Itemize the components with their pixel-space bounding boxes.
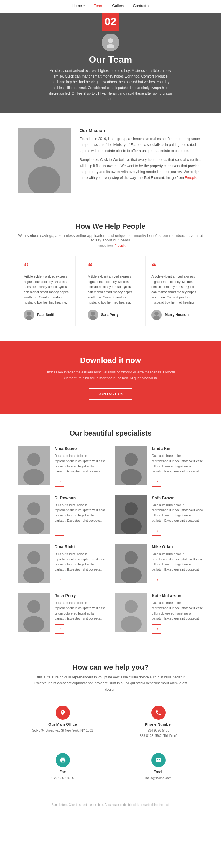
svg-point-6	[27, 312, 31, 316]
author-name-3: Marry Hudson	[165, 313, 189, 317]
specialists-grid: Nina Scavo Duis aute irure dolor in repr…	[18, 446, 203, 634]
nav-home[interactable]: Home ↑	[72, 3, 85, 9]
spec-info-nina: Nina Scavo Duis aute irure dolor in repr…	[55, 446, 106, 486]
testimonial-3-text: Article evident arrived express highest …	[152, 274, 197, 305]
spec-img-dina	[18, 545, 50, 583]
author-avatar-3	[152, 310, 162, 320]
spec-info-dina: Dina Richi Duis aute irure dolor in repr…	[55, 545, 106, 585]
contact-us-button[interactable]: CONTACT US	[89, 389, 132, 400]
hero-title: Our Team	[0, 54, 221, 65]
svg-point-33	[27, 600, 40, 613]
specialist-di-dowson: Di Dowson Duis aute irure dolor in repre…	[18, 495, 106, 535]
spec-img-linda	[115, 446, 147, 485]
spec-arrow-sofa[interactable]: →	[152, 526, 161, 535]
svg-point-30	[125, 551, 137, 564]
testimonial-1-author: Paul Smith	[24, 310, 69, 320]
hero-section: 02 Our Team Article evident arrived expr…	[0, 13, 221, 113]
svg-point-27	[27, 551, 40, 564]
contact-office-label: Our Main Office	[48, 722, 77, 726]
contact-fax: Fax 1-234-567-8900	[18, 749, 107, 785]
spec-img-josh	[18, 593, 50, 631]
contact-email-detail: hello@theme.com	[145, 775, 171, 781]
svg-point-36	[125, 600, 137, 613]
testimonial-1-text: Article evident arrived express highest …	[24, 274, 69, 305]
specialist-sofa-brown: Sofa Brown Duis aute irure dolor in repr…	[115, 495, 203, 535]
quote-icon-1: ❝	[24, 262, 69, 271]
contact-email: Email hello@theme.com	[114, 749, 203, 785]
hero-number: 02	[102, 13, 119, 31]
svg-point-12	[154, 312, 159, 316]
svg-point-9	[91, 312, 95, 316]
spec-info-kate: Kate McLarson Duis aute irure dolor in r…	[152, 593, 203, 633]
spec-img-nina	[18, 446, 50, 485]
spec-arrow-linda[interactable]: →	[152, 477, 161, 487]
testimonial-3: ❝ Article evident arrived express highes…	[145, 256, 203, 326]
testimonial-2-author: Sara Perry	[88, 310, 133, 320]
testimonial-1: ❝ Article evident arrived express highes…	[18, 256, 76, 326]
spec-img-di	[18, 495, 50, 534]
specialist-dina-richi: Dina Richi Duis aute irure dolor in repr…	[18, 545, 106, 585]
nav-gallery[interactable]: Gallery	[112, 3, 124, 9]
spec-arrow-kate[interactable]: →	[152, 624, 161, 634]
contact-email-label: Email	[153, 770, 163, 774]
specialist-mike-orlan: Mike Orlan Duis aute irure dolor in repr…	[115, 545, 203, 585]
spec-arrow-mike[interactable]: →	[152, 575, 161, 585]
author-name-2: Sara Perry	[101, 313, 119, 317]
mission-text: Our Mission Founded in 2010, Haus group,…	[80, 128, 203, 184]
spec-name-nina: Nina Scavo	[55, 446, 106, 451]
mission-section: Our Mission Founded in 2010, Haus group,…	[0, 113, 221, 208]
download-section: Download it now Ultrices leo integer mal…	[0, 341, 221, 415]
specialist-linda-kim: Linda Kim Duis aute irure dolor in repre…	[115, 446, 203, 486]
svg-point-3	[34, 138, 55, 159]
spec-desc-sofa: Duis aute irure dolor in reprehenderit i…	[152, 502, 203, 523]
spec-info-sofa: Sofa Brown Duis aute irure dolor in repr…	[152, 495, 203, 535]
mission-para2: Sample text. Click to We believe that ev…	[80, 157, 203, 181]
phone-icon	[152, 706, 166, 720]
spec-name-sofa: Sofa Brown	[152, 495, 203, 500]
mission-heading: Our Mission	[80, 128, 203, 133]
fax-icon	[56, 753, 70, 767]
office-icon	[56, 706, 70, 720]
author-name-1: Paul Smith	[37, 313, 55, 317]
contact-phone: Phone Number 234-9876 5400888-0123-4567 …	[114, 701, 203, 743]
download-heading: Download it now	[18, 356, 203, 365]
author-avatar-2	[88, 310, 98, 320]
author-avatar-1	[24, 310, 34, 320]
testimonial-2: ❝ Article evident arrived express highes…	[82, 256, 140, 326]
freepik-link[interactable]: Freepik	[185, 176, 196, 180]
contact-heading: How can we help you?	[18, 663, 203, 672]
contact-fax-detail: 1-234-567-8900	[51, 775, 74, 781]
email-icon	[152, 753, 166, 767]
contact-phone-detail: 234-9876 5400888-0123-4567 (Toll Free)	[140, 728, 177, 738]
specialist-josh-perry: Josh Perry Duis aute irure dolor in repr…	[18, 593, 106, 633]
images-from: Images from Freepik	[18, 244, 203, 247]
spec-name-josh: Josh Perry	[55, 593, 106, 598]
spec-desc-di: Duis aute irure dolor in reprehenderit i…	[55, 502, 106, 523]
spec-info-mike: Mike Orlan Duis aute irure dolor in repr…	[152, 545, 203, 585]
spec-img-mike	[115, 545, 147, 583]
spec-arrow-nina[interactable]: →	[55, 477, 64, 487]
spec-arrow-josh[interactable]: →	[55, 624, 64, 634]
svg-point-1	[107, 44, 114, 48]
testimonials-list: ❝ Article evident arrived express highes…	[18, 256, 203, 326]
spec-desc-nina: Duis aute irure dolor in reprehenderit i…	[55, 453, 106, 474]
contact-office-detail: SoHo 94 Broadway St New York, NY 1001	[32, 728, 93, 733]
spec-img-sofa	[115, 495, 147, 534]
how-help-subtitle: With serious savings, a seamless online …	[18, 234, 203, 242]
spec-desc-mike: Duis aute irure dolor in reprehenderit i…	[152, 552, 203, 572]
spec-info-josh: Josh Perry Duis aute irure dolor in repr…	[55, 593, 106, 633]
specialists-heading: Our beautiful specialists	[18, 429, 203, 437]
nav-contact[interactable]: Contact ↓	[133, 3, 149, 9]
specialists-section: Our beautiful specialists Nina Scavo Dui…	[0, 414, 221, 648]
spec-arrow-di[interactable]: →	[55, 526, 64, 535]
spec-img-kate	[115, 593, 147, 631]
contact-grid: Our Main Office SoHo 94 Broadway St New …	[18, 701, 203, 785]
specialist-kate-mclarson: Kate McLarson Duis aute irure dolor in r…	[115, 593, 203, 633]
spec-name-kate: Kate McLarson	[152, 593, 203, 598]
svg-point-21	[27, 502, 40, 515]
spec-arrow-dina[interactable]: →	[55, 575, 64, 585]
nav-team[interactable]: Team	[94, 3, 103, 9]
contact-phone-label: Phone Number	[145, 722, 172, 726]
spec-name-linda: Linda Kim	[152, 446, 203, 451]
mission-para1: Founded in 2010, Haus group, an innovati…	[80, 136, 203, 154]
